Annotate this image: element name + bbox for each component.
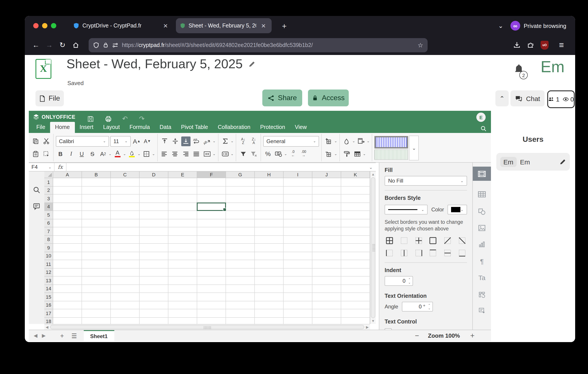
border-top-button[interactable] (428, 248, 438, 258)
cell-A5[interactable] (53, 211, 82, 219)
row-header-16[interactable]: 16 (44, 301, 53, 309)
collapse-toolbar-button[interactable]: ⌃ (495, 90, 509, 106)
cell-E15[interactable] (168, 293, 197, 301)
cell-H6[interactable] (255, 219, 284, 227)
share-button[interactable]: Share (262, 90, 302, 106)
cell-E9[interactable] (168, 244, 197, 252)
cell-F2[interactable] (197, 186, 226, 195)
fill-color-icon[interactable] (127, 149, 137, 159)
tab-close-icon[interactable]: ✕ (161, 22, 170, 29)
cell-K12[interactable] (341, 268, 370, 277)
border-diagonal-up-button[interactable] (443, 236, 453, 246)
cell-G14[interactable] (226, 285, 255, 293)
border-bottom-button[interactable] (457, 248, 467, 258)
cell-I18[interactable] (284, 318, 312, 324)
cell-B10[interactable] (82, 252, 111, 260)
border-diagonal-down-button[interactable] (457, 236, 467, 246)
cell-F5[interactable] (197, 211, 226, 219)
cell-B18[interactable] (82, 318, 111, 324)
cell-C12[interactable] (111, 268, 140, 277)
minimize-window-button[interactable] (42, 23, 47, 28)
cell-J5[interactable] (312, 211, 341, 219)
cell-K9[interactable] (341, 244, 370, 252)
cell-E14[interactable] (168, 285, 197, 293)
menu-tab-insert[interactable]: Insert (75, 122, 98, 133)
copy-icon[interactable] (31, 136, 40, 146)
align-top-icon[interactable] (160, 136, 169, 146)
fill-select[interactable]: No Fill⌄ (385, 176, 467, 186)
cell-D2[interactable] (140, 186, 168, 195)
cell-F14[interactable] (197, 285, 226, 293)
cell-B4[interactable] (82, 203, 111, 211)
cell-I15[interactable] (284, 293, 312, 301)
wrap-text-checkbox[interactable] (385, 328, 392, 330)
menu-tab-formula[interactable]: Formula (125, 122, 155, 133)
cell-E2[interactable] (168, 186, 197, 195)
cell-B17[interactable] (82, 309, 111, 318)
cell-D12[interactable] (140, 268, 168, 277)
cell-F17[interactable] (197, 309, 226, 318)
cell-A14[interactable] (53, 285, 82, 293)
align-left-icon[interactable] (160, 149, 169, 159)
borders-chevron-icon[interactable]: ⌄ (152, 152, 155, 156)
spin-down-icon[interactable]: ⌄ (408, 281, 411, 284)
cell-E11[interactable] (168, 260, 197, 268)
cell-H9[interactable] (255, 244, 284, 252)
cell-K6[interactable] (341, 219, 370, 227)
sort-descending-icon[interactable]: Z↓A (249, 136, 258, 146)
formula-input[interactable] (66, 163, 366, 171)
column-header-F[interactable]: F (197, 171, 226, 178)
cell-E4[interactable] (168, 203, 197, 211)
cell-F3[interactable] (197, 195, 226, 203)
cell-B3[interactable] (82, 195, 111, 203)
menu-tab-home[interactable]: Home (50, 122, 75, 133)
cell-F1[interactable] (197, 178, 226, 186)
cell-E17[interactable] (168, 309, 197, 318)
cell-J17[interactable] (312, 309, 341, 318)
italic-icon[interactable]: I (66, 149, 76, 159)
cell-C17[interactable] (111, 309, 140, 318)
border-left-button[interactable] (385, 248, 394, 258)
cell-H10[interactable] (255, 252, 284, 260)
format-as-table-icon[interactable] (357, 136, 366, 146)
cell-I9[interactable] (284, 244, 312, 252)
home-button[interactable] (69, 38, 83, 52)
cell-G5[interactable] (226, 211, 255, 219)
cell-C3[interactable] (111, 195, 140, 203)
cell-J10[interactable] (312, 252, 341, 260)
bookmark-star-icon[interactable]: ☆ (418, 42, 423, 49)
notifications-bell[interactable]: 2 (513, 64, 529, 80)
cell-E3[interactable] (168, 195, 197, 203)
spin-up-icon[interactable]: ⌃ (408, 278, 411, 281)
border-right-button[interactable] (414, 248, 423, 258)
increase-font-icon[interactable]: A▲ (132, 136, 141, 146)
cell-B12[interactable] (82, 268, 111, 277)
cell-K7[interactable] (341, 227, 370, 236)
row-header-5[interactable]: 5 (44, 211, 53, 219)
cell-B1[interactable] (82, 178, 111, 186)
table-style-icon[interactable] (353, 149, 362, 159)
cell-F9[interactable] (197, 244, 226, 252)
horizontal-scrollbar[interactable]: ◀ ▶ (44, 324, 370, 330)
cell-I7[interactable] (284, 227, 312, 236)
account-avatar[interactable]: Em (541, 58, 565, 76)
insert-cells-chevron-icon[interactable]: ⌄ (334, 139, 337, 143)
cell-B5[interactable] (82, 211, 111, 219)
bold-icon[interactable]: B (56, 149, 65, 159)
cell-I12[interactable] (284, 268, 312, 277)
cell-G11[interactable] (226, 260, 255, 268)
ublock-origin-icon[interactable]: uO (541, 41, 548, 49)
cell-name-box[interactable]: F4⌄ (29, 163, 54, 171)
increase-decimal-icon[interactable]: .00→ (299, 149, 308, 159)
currency-chevron-icon[interactable]: ⌄ (284, 152, 287, 156)
user-count-indicator[interactable]: 1 0 (547, 90, 575, 108)
column-header-H[interactable]: H (255, 171, 284, 178)
cell-J6[interactable] (312, 219, 341, 227)
tracking-protection-shield-icon[interactable] (93, 42, 99, 48)
cell-G12[interactable] (226, 268, 255, 277)
row-header-11[interactable]: 11 (44, 260, 53, 268)
sort-ascending-icon[interactable]: A↓Z (238, 136, 248, 146)
cell-A6[interactable] (53, 219, 82, 227)
cell-C1[interactable] (111, 178, 140, 186)
border-inside-button[interactable] (414, 236, 423, 246)
